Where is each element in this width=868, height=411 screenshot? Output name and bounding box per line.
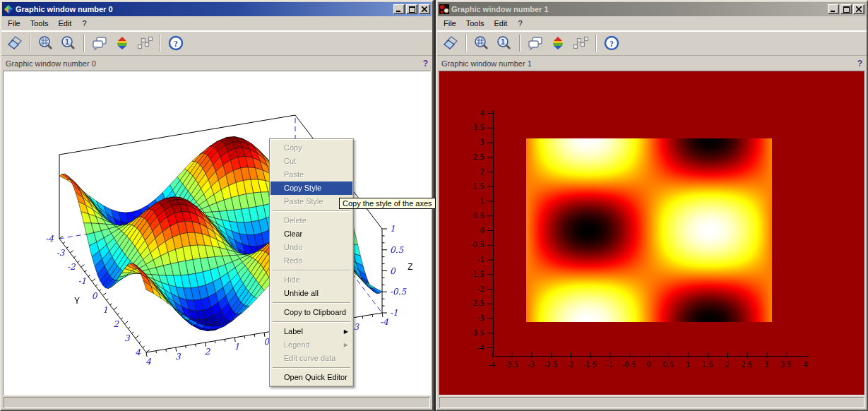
context-menu-separator	[273, 321, 350, 323]
context-menu-item-label[interactable]: Label▶	[270, 325, 352, 338]
svg-text:?: ?	[610, 39, 614, 49]
menu-file[interactable]: File	[439, 18, 461, 29]
context-menu-separator	[273, 302, 350, 304]
original-view-button[interactable]: 1	[494, 33, 515, 53]
menu-edit[interactable]: Edit	[53, 18, 76, 29]
rotate-icon	[442, 35, 459, 52]
figure-properties-button[interactable]	[112, 33, 133, 53]
statusbar-0	[1, 395, 432, 410]
toolbar-separator	[519, 35, 521, 52]
scilab-surface-icon	[4, 4, 13, 14]
ged-windows-button[interactable]	[89, 33, 110, 53]
context-menu-item-legend[interactable]: Legend▶	[270, 338, 352, 352]
datatips-icon	[136, 35, 153, 52]
menu-tools[interactable]: Tools	[25, 18, 54, 29]
zoom-area-icon	[37, 35, 54, 52]
context-menu-item-redo[interactable]: Redo	[270, 254, 352, 268]
status-field	[439, 397, 864, 408]
help-icon: ?	[167, 35, 184, 52]
context-menu-item-unhide-all[interactable]: Unhide all	[270, 287, 352, 300]
toolbar-separator	[465, 35, 467, 52]
rotate-icon	[6, 35, 23, 52]
figure-properties-icon	[114, 35, 131, 52]
context-menu-item-paste[interactable]: Paste	[270, 168, 352, 181]
help-icon: ?	[603, 35, 620, 52]
plot-area-1	[439, 71, 865, 395]
infobar-0: Graphic window number 0 ?	[1, 56, 432, 71]
context-menu-item-hide[interactable]: Hide	[270, 273, 352, 287]
close-button[interactable]	[419, 4, 430, 14]
minimize-button[interactable]	[393, 4, 405, 14]
context-menu: Copy Cut Paste Copy Style Paste Style De…	[269, 138, 354, 387]
toolbar-separator	[160, 35, 161, 52]
context-menu-item-open-quick-editor[interactable]: Open Quick Editor	[270, 371, 352, 384]
titlebar-1[interactable]: Graphic window number 1	[438, 2, 866, 16]
status-field	[4, 397, 430, 408]
rotate-button[interactable]	[4, 33, 25, 53]
graphic-window-1: Graphic window number 1 File Tools Edit …	[436, 0, 868, 411]
help-button[interactable]: ?	[601, 33, 622, 53]
svg-text:1: 1	[65, 38, 69, 46]
original-view-icon: 1	[496, 35, 513, 52]
menu-help[interactable]: ?	[76, 18, 92, 29]
context-menu-item-clear[interactable]: Clear	[270, 227, 352, 241]
datatips-icon	[572, 35, 589, 52]
close-button[interactable]	[853, 4, 864, 14]
window-title: Graphic window number 0	[16, 5, 391, 13]
menu-tools[interactable]: Tools	[461, 18, 489, 29]
info-help-icon[interactable]: ?	[423, 59, 428, 68]
info-help-icon[interactable]: ?	[857, 59, 862, 68]
plot-area-0	[3, 71, 431, 395]
submenu-arrow-icon: ▶	[344, 325, 348, 338]
datatips-button[interactable]	[570, 33, 591, 53]
datatips-button[interactable]	[134, 33, 155, 53]
titlebar-0[interactable]: Graphic window number 0	[2, 2, 432, 16]
zoom-area-icon	[473, 35, 490, 52]
menu-help[interactable]: ?	[512, 18, 528, 29]
maximize-button[interactable]	[406, 4, 417, 14]
toolbar-0: 1	[1, 30, 432, 56]
ged-windows-icon	[527, 35, 544, 52]
toolbar-1: 1	[437, 30, 867, 56]
menu-edit[interactable]: Edit	[489, 18, 512, 29]
menu-file[interactable]: File	[3, 18, 25, 29]
minimize-button[interactable]	[828, 4, 839, 14]
original-view-button[interactable]: 1	[58, 33, 79, 53]
original-view-icon: 1	[60, 35, 77, 52]
submenu-arrow-icon: ▶	[344, 338, 348, 352]
menubar-0: File Tools Edit ?	[1, 16, 432, 30]
statusbar-1	[437, 395, 867, 410]
zoom-area-button[interactable]	[35, 33, 57, 53]
context-menu-item-cut[interactable]: Cut	[270, 155, 352, 168]
toolbar-separator	[30, 35, 31, 52]
window-title: Graphic window number 1	[451, 5, 826, 13]
info-label: Graphic window number 0	[6, 59, 96, 68]
toolbar-separator	[83, 35, 85, 52]
svg-text:?: ?	[174, 39, 178, 49]
context-menu-item-edit-curve-data[interactable]: Edit curve data	[270, 352, 352, 365]
toolbar-separator	[595, 35, 597, 52]
heatmap-canvas[interactable]	[439, 71, 865, 395]
ged-windows-button[interactable]	[525, 33, 546, 53]
zoom-area-button[interactable]	[471, 33, 492, 53]
ged-windows-icon	[91, 35, 108, 52]
scilab-heatmap-icon	[439, 4, 449, 14]
menubar-1: File Tools Edit ?	[437, 16, 867, 30]
context-menu-separator	[273, 367, 350, 369]
context-menu-separator	[273, 270, 350, 271]
maximize-button[interactable]	[840, 4, 852, 14]
context-menu-item-delete[interactable]: Delete	[270, 214, 352, 227]
svg-text:1: 1	[501, 38, 505, 46]
figure-properties-icon	[549, 35, 566, 52]
help-button[interactable]: ?	[165, 33, 186, 53]
context-menu-item-copy-to-clipboard[interactable]: Copy to Clipboard	[270, 306, 352, 319]
surface-plot-canvas[interactable]	[4, 71, 431, 395]
figure-properties-button[interactable]	[547, 33, 569, 53]
context-menu-separator	[273, 210, 350, 212]
rotate-button[interactable]	[440, 33, 461, 53]
context-menu-item-copy[interactable]: Copy	[270, 141, 352, 155]
info-label: Graphic window number 1	[441, 59, 532, 68]
context-menu-item-copy-style[interactable]: Copy Style	[270, 181, 352, 195]
context-menu-item-undo[interactable]: Undo	[270, 241, 352, 254]
infobar-1: Graphic window number 1 ?	[437, 56, 867, 71]
